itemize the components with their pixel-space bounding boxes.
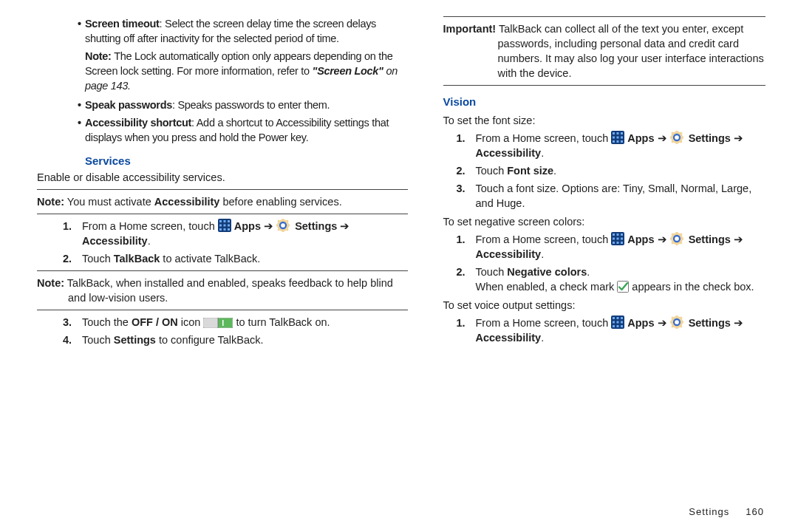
bullet-screen-timeout: Screen timeout: Select the screen delay … <box>85 16 408 46</box>
footer-page: 160 <box>746 506 764 517</box>
neg-intro: To set negative screen colors: <box>443 214 766 229</box>
font-intro: To set the font size: <box>443 113 766 128</box>
step-1: 1. From a Home screen, touch Apps ➔ Sett… <box>457 131 766 160</box>
checkbox-icon <box>617 281 629 293</box>
heading-services: Services <box>85 154 408 169</box>
divider <box>37 189 408 190</box>
step-3: 3. Touch a font size. Options are: Tiny,… <box>457 181 766 211</box>
bullet-speak-passwords: Speak passwords: Speaks passwords to ent… <box>85 98 408 112</box>
services-desc: Enable or disable accessibility services… <box>37 170 408 185</box>
bullet-a11y-shortcut: Accessibility shortcut: Add a shortcut t… <box>85 115 408 145</box>
apps-icon <box>218 219 231 232</box>
label: Speak passwords <box>85 99 172 111</box>
text: : Speaks passwords to enter them. <box>172 99 330 111</box>
apps-icon <box>611 232 624 245</box>
step-1: 1. From a Home screen, touch Apps ➔ Sett… <box>457 232 766 262</box>
step-3: 3. Touch the OFF / ON icon to turn TalkB… <box>63 315 408 330</box>
step-1: 1. From a Home screen, touch Apps ➔ Sett… <box>63 219 408 248</box>
toggle-icon <box>203 318 233 328</box>
left-column: Screen timeout: Select the screen delay … <box>37 16 408 532</box>
footer-section: Settings <box>689 506 729 517</box>
voice-intro: To set voice output settings: <box>443 298 766 313</box>
settings-icon <box>670 316 683 329</box>
divider <box>443 85 766 86</box>
important-note: Important! TalkBack can collect all of t… <box>443 21 766 81</box>
heading-vision: Vision <box>443 95 766 110</box>
step-4: 4. Touch Settings to configure TalkBack. <box>63 332 408 347</box>
step-2: 2. Touch Font size. <box>457 163 766 178</box>
step-2: 2. Touch Negative colors. When enabled, … <box>457 265 766 294</box>
services-steps-cont: 3. Touch the OFF / ON icon to turn TalkB… <box>63 315 408 347</box>
services-note: Note: You must activate Accessibility be… <box>37 194 408 209</box>
neg-steps: 1. From a Home screen, touch Apps ➔ Sett… <box>457 232 766 294</box>
divider <box>37 270 408 271</box>
divider <box>443 16 766 17</box>
settings-icon <box>276 219 290 232</box>
note-ref: "Screen Lock" <box>313 65 383 77</box>
apps-icon <box>611 316 624 329</box>
step-1: 1. From a Home screen, touch Apps ➔ Sett… <box>457 316 766 345</box>
note-lock-auto: Note: The Lock automatically option only… <box>85 49 408 93</box>
label: Accessibility shortcut <box>85 117 191 129</box>
divider <box>37 310 408 310</box>
apps-icon <box>611 131 624 144</box>
page-footer: Settings160 <box>689 505 764 519</box>
settings-icon <box>670 131 683 144</box>
step-2: 2. Touch TalkBack to activate TalkBack. <box>63 251 408 266</box>
label: Screen timeout <box>85 18 160 30</box>
note-prefix: Note: <box>37 196 64 208</box>
services-steps: 1. From a Home screen, touch Apps ➔ Sett… <box>63 219 408 266</box>
settings-icon <box>670 232 683 245</box>
right-column: Important! TalkBack can collect all of t… <box>440 16 766 532</box>
voice-steps: 1. From a Home screen, touch Apps ➔ Sett… <box>457 316 766 345</box>
note-prefix: Note: <box>85 50 114 62</box>
talkback-note: Note: TalkBack, when installed and enabl… <box>37 276 408 305</box>
divider <box>37 214 408 214</box>
font-steps: 1. From a Home screen, touch Apps ➔ Sett… <box>457 131 766 211</box>
